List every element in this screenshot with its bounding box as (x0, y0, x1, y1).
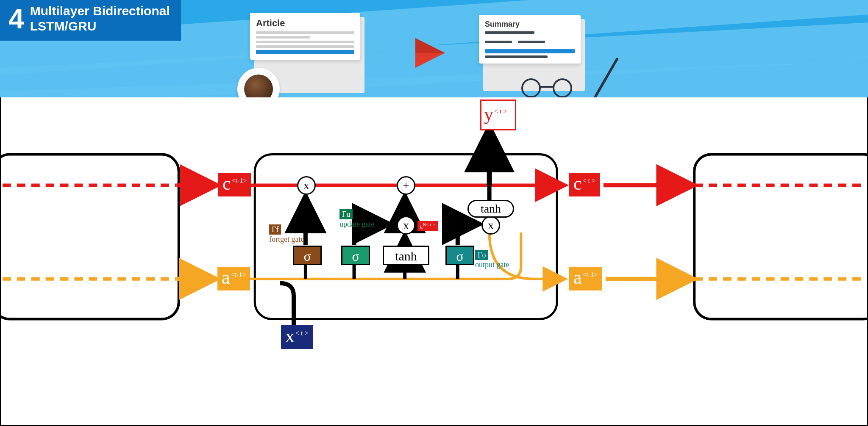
update-mult-op: x (397, 216, 415, 235)
svg-rect-1 (694, 155, 867, 319)
update-gate-tag: Γu update gate (339, 209, 374, 228)
forget-gate-tag: Γf fortget gate (269, 224, 304, 243)
output-mult-op: x (481, 216, 500, 235)
cell-state-out-label: c< t > (569, 173, 600, 196)
pen-icon (589, 57, 619, 97)
slide-title: 4 Multilayer Bidirectional LSTM/GRU (0, 0, 181, 41)
svg-rect-0 (1, 155, 179, 319)
input-x-label: x< t > (281, 325, 313, 349)
add-op: + (397, 176, 415, 195)
article-label: Article (256, 18, 354, 29)
candidate-c-tag: cN< t > (417, 221, 438, 231)
cell-state-in-label: c<t-1> (218, 173, 251, 196)
output-y-label: y< t > (480, 100, 516, 130)
hidden-state-out-label: a<t-1> (569, 267, 602, 290)
glasses-icon (521, 78, 572, 97)
output-gate-sigma: σ (445, 246, 474, 265)
paper-plane-arrow-icon (415, 38, 445, 68)
update-gate-sigma: σ (341, 246, 370, 265)
diagram-svg (1, 97, 867, 425)
summary-paper-icon: Summary (479, 15, 581, 64)
forget-mult-op: x (297, 176, 316, 195)
lstm-cell-diagram: y< t > c<t-1> c< t > a<t-1> a<t-1> x< t … (0, 97, 868, 426)
forget-gate-sigma: σ (293, 246, 322, 265)
hidden-state-in-label: a<t-1> (217, 267, 250, 290)
output-tanh-op: tanh (467, 200, 514, 218)
output-gate-tag: Γo output gate (475, 250, 509, 268)
slide-number: 4 (8, 5, 24, 33)
candidate-tanh: tanh (383, 246, 429, 265)
banner: 4 Multilayer Bidirectional LSTM/GRU Arti… (0, 0, 868, 97)
slide-title-text: Multilayer Bidirectional LSTM/GRU (30, 3, 170, 34)
article-paper-icon: Article (250, 13, 360, 60)
summary-label: Summary (485, 20, 575, 29)
